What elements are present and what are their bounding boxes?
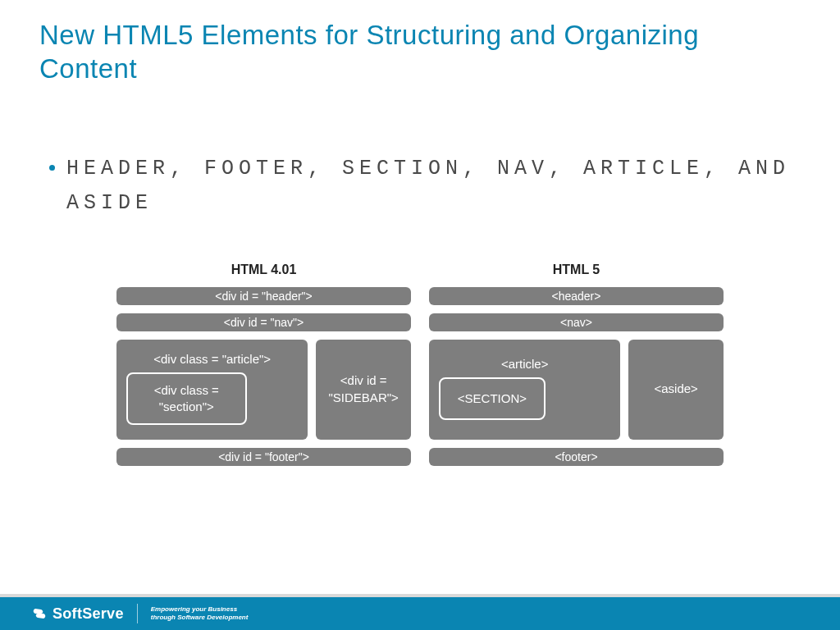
html4-column: HTML 4.01 <div id = "header"> <div id = … <box>116 262 411 474</box>
tagline-line-1: Empowering your Business <box>151 605 249 614</box>
footer-separator <box>137 604 138 623</box>
bullet-text: HEADER, FOOTER, SECTION, NAV, ARTICLE, A… <box>66 152 791 221</box>
html4-footer-block: <div id = "footer"> <box>116 448 411 466</box>
slide-title: New HTML5 Elements for Structuring and O… <box>0 0 840 86</box>
html4-middle-row: <div class = "article"> <div class = "se… <box>116 340 411 440</box>
bullet-list: HEADER, FOOTER, SECTION, NAV, ARTICLE, A… <box>0 86 840 221</box>
html4-section-block: <div class = "section"> <box>126 372 247 426</box>
html5-section-block: <SECTION> <box>439 377 546 420</box>
brand-name: SoftServe <box>52 605 124 623</box>
tagline-line-2: through Software Development <box>151 614 249 622</box>
html5-footer-block: <footer> <box>429 448 724 466</box>
slide-footer: SoftServe Empowering your Business throu… <box>0 594 840 630</box>
bullet-item: HEADER, FOOTER, SECTION, NAV, ARTICLE, A… <box>49 152 791 221</box>
bullet-dot-icon <box>49 165 55 171</box>
html5-title: HTML 5 <box>429 262 724 277</box>
html4-nav-block: <div id = "nav"> <box>116 313 411 331</box>
html4-sidebar-block: <div id = "SIDEBAR"> <box>316 340 411 440</box>
html4-header-block: <div id = "header"> <box>116 287 411 305</box>
comparison-diagram: HTML 4.01 <div id = "header"> <div id = … <box>116 262 724 474</box>
footer-content: SoftServe Empowering your Business throu… <box>0 597 840 630</box>
html5-middle-row: <article> <SECTION> <aside> <box>429 340 724 440</box>
html5-article-label: <article> <box>439 357 610 371</box>
html5-column: HTML 5 <header> <nav> <article> <SECTION… <box>429 262 724 474</box>
brand-tagline: Empowering your Business through Softwar… <box>151 605 249 622</box>
html4-article-block: <div class = "article"> <div class = "se… <box>116 340 308 440</box>
html5-nav-block: <nav> <box>429 313 724 331</box>
html5-aside-block: <aside> <box>628 340 724 440</box>
logo-mark-icon <box>31 605 48 622</box>
html5-header-block: <header> <box>429 287 724 305</box>
brand-logo: SoftServe <box>31 605 124 623</box>
html4-title: HTML 4.01 <box>116 262 411 277</box>
html4-article-label: <div class = "article"> <box>126 352 298 366</box>
html5-article-block: <article> <SECTION> <box>429 340 620 440</box>
